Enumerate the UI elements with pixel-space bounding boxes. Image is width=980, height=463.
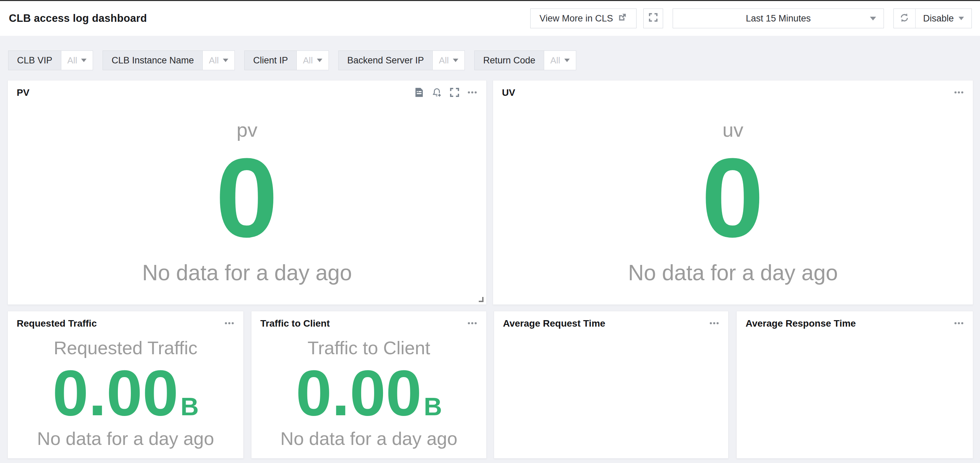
metric-value: 0.00B [296,360,442,425]
external-link-icon [617,12,627,25]
panel-title: PV [17,87,29,98]
panel-more-button[interactable] [224,318,235,330]
fullscreen-button[interactable] [643,8,663,28]
filter-value-dropdown[interactable]: All [203,51,234,70]
metric-subtitle: No data for a day ago [142,260,352,285]
panel-traffic-to-client: Traffic to Client Traffic to Client 0.00… [251,311,487,458]
metric-label: Requested Traffic [54,337,197,358]
header: CLB access log dashboard View More in CL… [0,1,980,36]
metric-value: 0 [701,142,765,254]
dashboard-page: CLB access log dashboard View More in CL… [0,0,980,463]
auto-refresh-group: Disable [893,8,972,28]
more-icon [224,318,235,330]
filter-value-dropdown[interactable]: All [297,51,328,70]
panel-average-request-time: Average Request Time [494,311,729,458]
filter-value: All [67,55,77,66]
more-icon [953,318,965,330]
more-icon [953,86,965,99]
caret-down-icon [564,59,570,62]
panel-title: Average Response Time [746,318,856,329]
filter-value-dropdown[interactable]: All [61,51,93,70]
caret-down-icon [959,17,964,20]
panel-title: Requested Traffic [17,318,97,329]
more-icon [708,318,720,330]
more-icon [466,318,478,330]
metric-subtitle: No data for a day ago [280,428,457,449]
fullscreen-icon [449,86,460,99]
metric-label: Traffic to Client [307,337,430,358]
view-log-button[interactable] [413,87,425,99]
filter-value-dropdown[interactable]: All [433,51,465,70]
auto-refresh-disable-button[interactable]: Disable [916,9,972,28]
filter-value: All [209,55,219,66]
panel-more-button[interactable] [708,318,720,330]
panel-pv: PV [8,80,487,305]
more-icon [466,86,478,99]
panel-more-button[interactable] [466,87,478,99]
filter-label: CLB Instance Name [103,51,203,70]
filter-bar: CLB VIP All CLB Instance Name All Client… [8,51,576,70]
add-alarm-button[interactable] [431,87,442,99]
filter-clb-vip: CLB VIP All [8,51,93,70]
panel-fullscreen-button[interactable] [449,87,460,99]
fullscreen-icon [648,12,659,25]
metric-unit: B [181,393,199,421]
filter-client-ip: Client IP All [244,51,329,70]
view-more-in-cls-button[interactable]: View More in CLS [530,8,636,28]
page-title: CLB access log dashboard [9,1,147,36]
caret-down-icon [317,59,322,62]
time-range-select[interactable]: Last 15 Minutes [673,8,884,28]
filter-label: Backend Server IP [339,51,433,70]
view-more-label: View More in CLS [539,13,613,24]
filter-value: All [439,55,449,66]
header-controls: View More in CLS Last 15 Minutes [530,8,972,28]
filter-value-dropdown[interactable]: All [544,51,576,70]
caret-down-icon [81,59,87,62]
filter-label: CLB VIP [8,51,61,70]
refresh-button[interactable] [894,9,916,28]
metric-subtitle: No data for a day ago [628,260,838,285]
time-range-value: Last 15 Minutes [746,13,811,24]
log-icon [413,86,425,99]
panel-more-button[interactable] [953,87,965,99]
caret-down-icon [870,17,876,21]
caret-down-icon [453,59,458,62]
panel-uv: UV uv 0 No data for a day ago [493,80,973,305]
caret-down-icon [223,59,228,62]
filter-return-code: Return Code All [474,51,576,70]
panel-title: Traffic to Client [260,318,330,329]
filter-label: Return Code [475,51,544,70]
metric-value: 0.00B [52,360,199,425]
panel-more-button[interactable] [466,318,478,330]
resize-handle-icon[interactable] [479,297,484,302]
filter-label: Client IP [245,51,297,70]
refresh-icon [899,12,910,25]
panel-more-button[interactable] [953,318,965,330]
panel-average-response-time: Average Response Time [737,311,973,458]
filter-value: All [303,55,313,66]
panel-title: UV [502,87,515,98]
filter-value: All [550,55,560,66]
add-alarm-icon [431,86,442,99]
auto-refresh-label: Disable [923,13,954,24]
filter-clb-instance-name: CLB Instance Name All [103,51,235,70]
panel-requested-traffic: Requested Traffic Requested Traffic 0.00… [8,311,243,458]
filter-backend-server-ip: Backend Server IP All [338,51,465,70]
metric-subtitle: No data for a day ago [37,428,214,449]
metric-value: 0 [215,142,279,254]
panel-title: Average Request Time [503,318,605,329]
metric-unit: B [424,393,442,421]
